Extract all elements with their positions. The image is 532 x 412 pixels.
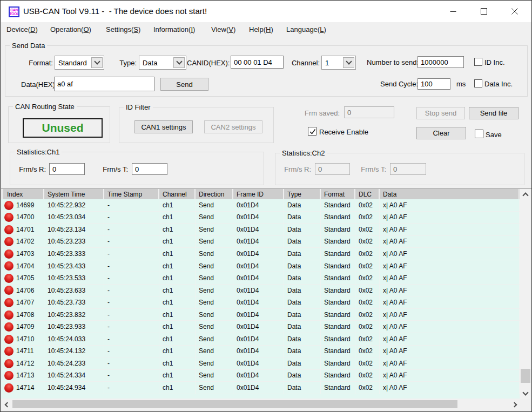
table-row[interactable]: 14714 10:45:24.934 - ch1 Send 0x01D4 Dat… xyxy=(1,382,520,394)
channel-dropdown-button[interactable] xyxy=(343,57,354,68)
menu-item[interactable]: View(V) xyxy=(211,25,235,33)
cell-type: Data xyxy=(284,321,321,333)
horizontal-scrollbar[interactable] xyxy=(1,399,520,410)
app-icon-text-bottom: TOOL xyxy=(9,12,18,16)
cell-type: Data xyxy=(284,382,321,394)
cell-type: Data xyxy=(284,346,321,358)
table-row[interactable]: 14709 10:45:23.933 - ch1 Send 0x01D4 Dat… xyxy=(1,321,520,333)
can1-settings-button[interactable]: CAN1 settings xyxy=(134,120,193,133)
menu-item-text: ) xyxy=(271,25,273,33)
clear-button[interactable]: Clear xyxy=(416,127,466,139)
cell-index-text: 14705 xyxy=(16,274,34,282)
ch2-frames-received-label: Frm/s R: xyxy=(282,165,311,173)
cell-time-stamp: - xyxy=(104,346,159,358)
number-to-send-input[interactable]: 1000000 xyxy=(417,56,464,68)
canid-input[interactable]: 00 00 01 D4 xyxy=(231,56,284,69)
send-cycle-input[interactable]: 100 xyxy=(417,78,450,90)
menu-item[interactable]: Information(I) xyxy=(153,25,195,33)
minimize-button[interactable] xyxy=(441,1,466,22)
id-filter-group-label: ID Filter xyxy=(124,103,153,111)
cell-index-text: 14704 xyxy=(16,262,34,270)
cell-format: Standard xyxy=(321,296,355,309)
id-inc-checkbox[interactable] xyxy=(474,58,482,66)
vertical-scrollbar[interactable] xyxy=(520,189,531,399)
column-header-channel[interactable]: Channel xyxy=(159,189,196,199)
data-inc-checkbox[interactable] xyxy=(474,79,482,87)
table-row[interactable]: 14702 10:45:23.233 - ch1 Send 0x01D4 Dat… xyxy=(1,236,520,248)
menu-item[interactable]: Operation(O) xyxy=(50,25,91,33)
menu-item-text: Operation( xyxy=(50,25,83,33)
column-header-system-time[interactable]: System Time xyxy=(44,189,104,199)
scroll-right-button[interactable] xyxy=(510,399,520,410)
table-row[interactable]: 14712 10:45:24.233 - ch1 Send 0x01D4 Dat… xyxy=(1,357,520,370)
cell-channel: ch1 xyxy=(159,212,196,224)
horizontal-scrollbar-thumb[interactable] xyxy=(12,400,457,408)
table-row[interactable]: 14704 10:45:23.433 - ch1 Send 0x01D4 Dat… xyxy=(1,260,520,273)
column-header-frame-id[interactable]: Frame ID xyxy=(233,189,284,199)
app-icon: CAN TOOL xyxy=(9,6,19,17)
table-row[interactable]: 14700 10:45:23.034 - ch1 Send 0x01D4 Dat… xyxy=(1,212,520,224)
menu-item-accesskey: O xyxy=(83,25,89,33)
vertical-scrollbar-thumb[interactable] xyxy=(521,369,530,383)
format-dropdown-button[interactable] xyxy=(91,57,103,68)
channel-select[interactable]: 1 xyxy=(321,56,356,70)
menu-item-text: Settings( xyxy=(106,25,133,33)
cell-channel: ch1 xyxy=(159,260,196,273)
cell-data: x| A0 AF xyxy=(380,285,520,297)
cell-type: Data xyxy=(284,199,321,212)
table-row[interactable]: 14710 10:45:24.033 - ch1 Send 0x01D4 Dat… xyxy=(1,333,520,346)
format-select[interactable]: Standard xyxy=(55,56,104,70)
stop-send-button[interactable]: Stop send xyxy=(416,107,465,119)
cell-index-text: 14707 xyxy=(16,299,34,306)
receive-enable-checkbox[interactable] xyxy=(308,127,316,136)
type-select[interactable]: Data xyxy=(139,56,186,70)
column-header-dlc[interactable]: DLC xyxy=(355,189,380,199)
cell-data: x| A0 AF xyxy=(380,248,520,260)
menu-item[interactable]: Settings(S) xyxy=(106,25,140,33)
send-file-button[interactable]: Send file xyxy=(469,107,518,119)
menu-item[interactable]: Device(D) xyxy=(6,25,38,33)
table-row[interactable]: 14701 10:45:23.134 - ch1 Send 0x01D4 Dat… xyxy=(1,224,520,236)
column-header-direction[interactable]: Direction xyxy=(196,189,233,199)
cell-data: x| A0 AF xyxy=(380,212,520,224)
cell-dlc: 0x02 xyxy=(355,260,380,273)
table-row[interactable]: 14703 10:45:23.333 - ch1 Send 0x01D4 Dat… xyxy=(1,248,520,260)
ch2-frames-received-value: 0 xyxy=(315,163,350,175)
table-row[interactable]: 14699 10:45:22.932 - ch1 Send 0x01D4 Dat… xyxy=(1,199,520,212)
column-header-type[interactable]: Type xyxy=(284,189,321,199)
scroll-down-button[interactable] xyxy=(520,388,531,399)
type-dropdown-button[interactable] xyxy=(173,57,185,68)
cell-channel: ch1 xyxy=(159,382,196,394)
column-header-time-stamp[interactable]: Time Stamp xyxy=(104,189,159,199)
cell-time-stamp: - xyxy=(104,212,159,224)
column-header-index[interactable]: Index xyxy=(1,189,44,199)
table-row[interactable]: 14707 10:45:23.733 - ch1 Send 0x01D4 Dat… xyxy=(1,296,520,309)
table-row[interactable]: 14705 10:45:23.533 - ch1 Send 0x01D4 Dat… xyxy=(1,272,520,285)
menu-item[interactable]: Language(L) xyxy=(286,25,326,33)
table-row[interactable]: 14711 10:45:24.132 - ch1 Send 0x01D4 Dat… xyxy=(1,346,520,358)
save-checkbox[interactable] xyxy=(475,130,483,138)
ch2-frames-transmitted-label: Frm/s T: xyxy=(357,165,386,173)
cell-data: x| A0 AF xyxy=(380,309,520,321)
column-header-data[interactable]: Data xyxy=(380,189,520,199)
cell-system-time: 10:45:23.433 xyxy=(44,260,104,273)
table-row[interactable]: 14706 10:45:23.633 - ch1 Send 0x01D4 Dat… xyxy=(1,285,520,297)
cell-index: 14704 xyxy=(1,260,44,273)
cell-index: 14701 xyxy=(1,224,44,236)
maximize-button[interactable] xyxy=(472,1,496,22)
table-row[interactable]: 14713 10:45:24.334 - ch1 Send 0x01D4 Dat… xyxy=(1,370,520,382)
cell-system-time: 10:45:24.033 xyxy=(44,333,104,346)
can2-settings-button[interactable]: CAN2 settings xyxy=(204,120,262,133)
close-button[interactable] xyxy=(502,1,527,22)
cell-system-time: 10:45:24.334 xyxy=(44,370,104,382)
send-button[interactable]: Send xyxy=(160,78,208,91)
table-row[interactable]: 14708 10:45:23.832 - ch1 Send 0x01D4 Dat… xyxy=(1,309,520,321)
data-hex-input[interactable]: a0 af xyxy=(54,77,154,91)
cell-time-stamp: - xyxy=(104,224,159,236)
menu-item[interactable]: Help(H) xyxy=(249,25,273,33)
column-header-format[interactable]: Format xyxy=(321,189,355,199)
cell-system-time: 10:45:23.933 xyxy=(44,321,104,333)
scroll-up-button[interactable] xyxy=(520,189,531,199)
cell-data: x| A0 AF xyxy=(380,296,520,309)
scroll-left-button[interactable] xyxy=(1,399,11,410)
